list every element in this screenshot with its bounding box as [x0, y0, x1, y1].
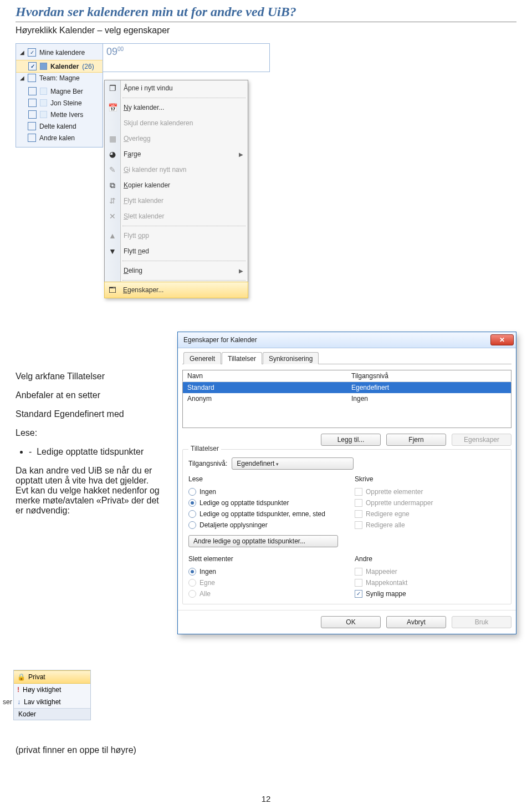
- cancel-button[interactable]: Avbryt: [386, 616, 446, 628]
- delete-none[interactable]: Ingen: [188, 566, 338, 577]
- help-line: Da kan andre ved UiB se når du er opptat…: [16, 466, 160, 516]
- checkbox-icon[interactable]: ✓: [28, 62, 37, 70]
- calendar-properties-dialog: Egenskaper for Kalender ✕ Generelt Tilla…: [177, 332, 516, 634]
- col-level[interactable]: Tilgangsnivå: [347, 370, 511, 382]
- radio-icon[interactable]: [188, 510, 196, 518]
- help-line-bottom: (privat finner en oppe til høyre): [16, 745, 160, 755]
- calendar-time-column: 0900: [103, 43, 270, 72]
- table-row[interactable]: Anonym Ingen: [183, 393, 511, 404]
- arrow-down-icon: ↓: [17, 698, 21, 706]
- menu-rename: ✎ Gi kalender nytt navn: [105, 162, 248, 177]
- chevron-right-icon: ▶: [239, 151, 243, 157]
- write-edit-all: Redigere alle: [355, 520, 504, 531]
- tab-permissions[interactable]: Tillatelser: [222, 352, 262, 364]
- close-button[interactable]: ✕: [490, 334, 514, 345]
- menu-properties[interactable]: 🗔 Egenskaper...: [104, 282, 248, 298]
- menu-move-down[interactable]: ▼ Flytt ned: [105, 243, 248, 259]
- page-number: 12: [0, 794, 532, 803]
- read-freebusy[interactable]: Ledige og opptatte tidspunkter: [188, 497, 338, 508]
- dialog-titlebar: Egenskaper for Kalender ✕: [178, 332, 516, 348]
- sidebar-item-team[interactable]: ◢ Team: Magne: [16, 73, 103, 85]
- sidebar-item[interactable]: ▸ Andre kalen: [16, 132, 103, 144]
- screenshot-sidebar-contextmenu: ◢ ✓ Mine kalendere ✓ Kalender (26) ◢ Tea…: [16, 43, 516, 147]
- exclamation-icon: !: [17, 686, 19, 694]
- checkbox-icon[interactable]: [28, 122, 36, 130]
- remove-button[interactable]: Fjern: [386, 434, 446, 446]
- tab-sync[interactable]: Synkronisering: [263, 352, 319, 364]
- color-swatch-icon: [40, 111, 47, 118]
- write-title: Skrive: [355, 475, 504, 483]
- checkbox-icon[interactable]: [28, 99, 37, 107]
- menu-color[interactable]: ◕ Farge ▶: [105, 146, 248, 162]
- sidebar-item-label: Jon Steine: [50, 99, 82, 107]
- sidebar-item[interactable]: ▸ Delte kalend: [16, 120, 103, 132]
- write-create-items: Opprette elementer: [355, 486, 504, 497]
- calendar-context-menu: ❐ Åpne i nytt vindu 📅 Ny kalender... Skj…: [104, 80, 248, 298]
- ribbon-group-label: Koder: [14, 708, 90, 720]
- apply-button: Bruk: [452, 616, 511, 628]
- menu-overlay: ▦ Overlegg: [105, 131, 248, 146]
- radio-icon: [188, 579, 196, 587]
- sidebar-item-label: Magne Ber: [50, 88, 83, 95]
- radio-icon[interactable]: [188, 568, 196, 576]
- checkbox-icon[interactable]: ✓: [28, 48, 36, 57]
- radio-icon[interactable]: [188, 521, 196, 529]
- sidebar-item-label: Team: Magne: [39, 74, 80, 82]
- checkbox-icon: [355, 568, 362, 576]
- read-none[interactable]: Ingen: [188, 486, 338, 497]
- ok-button[interactable]: OK: [321, 616, 381, 628]
- collapse-icon[interactable]: ◢: [19, 75, 24, 80]
- write-column: Skrive Opprette elementer Opprette under…: [355, 475, 504, 547]
- sidebar-item[interactable]: Magne Ber: [16, 85, 103, 97]
- color-swatch-icon: [40, 88, 47, 95]
- menu-open-new-window[interactable]: ❐ Åpne i nytt vindu: [105, 80, 248, 96]
- calendar-sidebar: ◢ ✓ Mine kalendere ✓ Kalender (26) ◢ Tea…: [16, 43, 103, 147]
- sidebar-item-kalender[interactable]: ✓ Kalender (26): [16, 60, 103, 73]
- checkbox-icon[interactable]: [28, 74, 36, 82]
- privat-toggle[interactable]: 🔒 Privat: [14, 670, 90, 684]
- read-freebusy-extra[interactable]: Ledige og opptatte tidspunkter, emne, st…: [188, 508, 338, 520]
- other-visible[interactable]: Synlig mappe: [355, 588, 504, 599]
- delete-title: Slett elementer: [188, 555, 338, 563]
- checkbox-icon[interactable]: [28, 110, 37, 119]
- dialog-tabs: Generelt Tillatelser Synkronisering: [182, 352, 511, 364]
- other-freebusy-button[interactable]: Andre ledige og opptatte tidspunkter...: [188, 535, 338, 547]
- read-column: Lese Ingen Ledige og opptatte tidspunkte…: [188, 475, 338, 547]
- level-dropdown[interactable]: Egendefinert: [232, 457, 354, 470]
- radio-icon[interactable]: [188, 499, 196, 507]
- sidebar-item-label: Andre kalen: [39, 134, 75, 142]
- sidebar-group-mine[interactable]: ◢ ✓ Mine kalendere: [16, 47, 103, 60]
- rename-icon: ✎: [107, 165, 118, 174]
- sidebar-group-label: Mine kalendere: [39, 49, 85, 57]
- menu-sharing[interactable]: Deling ▶: [105, 263, 248, 278]
- sidebar-item[interactable]: Jon Steine: [16, 97, 103, 109]
- tab-general[interactable]: Generelt: [183, 352, 221, 364]
- checkbox-icon[interactable]: [355, 590, 362, 598]
- low-importance[interactable]: ↓ Lav viktighet ser: [14, 696, 90, 708]
- collapse-icon[interactable]: ◢: [19, 50, 24, 55]
- sidebar-item[interactable]: Mette Ivers: [16, 109, 103, 120]
- radio-icon[interactable]: [188, 488, 196, 496]
- arrow-up-icon: ▲: [107, 231, 118, 240]
- read-details[interactable]: Detaljerte opplysninger: [188, 520, 338, 531]
- move-icon: ⇵: [107, 196, 118, 205]
- write-create-subfolders: Opprette undermapper: [355, 497, 504, 508]
- privat-ribbon-snippet: 🔒 Privat ! Høy viktighet ↓ Lav viktighet…: [13, 670, 91, 720]
- permissions-table[interactable]: Navn Tilgangsnivå Standard Egendefinert …: [182, 370, 511, 428]
- color-swatch-icon: [40, 99, 47, 106]
- level-label: Tilgangsnivå:: [188, 460, 227, 467]
- checkbox-icon[interactable]: [28, 134, 36, 142]
- checkbox-icon[interactable]: [28, 87, 37, 95]
- add-button[interactable]: Legg til...: [321, 434, 381, 446]
- high-importance[interactable]: ! Høy viktighet: [14, 684, 90, 696]
- col-name[interactable]: Navn: [183, 370, 347, 382]
- color-wheel-icon: ◕: [107, 150, 118, 159]
- write-edit-own: Redigere egne: [355, 508, 504, 520]
- help-line: Anbefaler at en setter: [16, 390, 160, 400]
- table-row[interactable]: Standard Egendefinert: [183, 382, 511, 394]
- sidebar-item-label: Kalender: [50, 63, 79, 70]
- menu-new-calendar[interactable]: 📅 Ny kalender...: [105, 100, 248, 115]
- overlay-icon: ▦: [107, 134, 118, 143]
- chevron-right-icon: ▶: [239, 268, 243, 274]
- menu-copy-calendar[interactable]: ⧉ Kopier kalender: [105, 177, 248, 193]
